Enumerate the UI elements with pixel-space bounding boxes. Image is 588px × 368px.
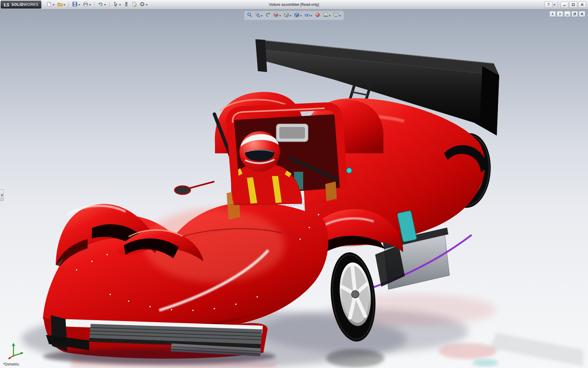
new-document-icon xyxy=(47,2,52,8)
appearance-ball-icon xyxy=(315,12,320,19)
open-button[interactable] xyxy=(56,1,66,9)
view-settings-icon xyxy=(334,12,339,19)
brand-wordmark: SOLIDWORKS xyxy=(11,2,38,7)
dropdown-caret[interactable] xyxy=(339,15,341,17)
heads-up-view-toolbar xyxy=(244,11,344,20)
file-properties-icon xyxy=(132,2,137,8)
dropdown-caret[interactable] xyxy=(311,15,312,17)
gear-icon xyxy=(140,2,145,8)
toolbar-separator xyxy=(109,2,110,7)
new-document-button[interactable] xyxy=(46,1,55,9)
feature-manager-collapse-tab[interactable] xyxy=(0,189,4,201)
undo-arrow-icon xyxy=(98,2,103,8)
dropdown-caret[interactable] xyxy=(119,4,121,6)
previous-view-button[interactable] xyxy=(265,12,271,19)
teal-lamp xyxy=(346,168,352,173)
display-style-button[interactable] xyxy=(294,12,303,19)
save-button[interactable] xyxy=(71,1,81,9)
save-floppy-icon xyxy=(72,2,77,8)
zoom-to-area-button[interactable] xyxy=(254,12,263,19)
print-icon xyxy=(83,2,88,8)
open-folder-icon xyxy=(57,2,62,8)
display-style-icon xyxy=(294,12,300,19)
scene-icon xyxy=(323,12,328,19)
apply-scene-button[interactable] xyxy=(322,12,331,19)
solidworks-logo: 3S SOLIDWORKS xyxy=(1,1,41,9)
dropdown-caret[interactable] xyxy=(53,4,55,6)
doc-minimize-button[interactable] xyxy=(564,11,571,17)
options-button[interactable] xyxy=(139,1,149,9)
maximize-button[interactable] xyxy=(569,2,577,8)
view-settings-button[interactable] xyxy=(333,12,342,19)
doc-close-button[interactable] xyxy=(579,11,585,17)
help-dropdown-caret[interactable] xyxy=(553,4,555,6)
zoom-to-fit-button[interactable] xyxy=(247,12,253,19)
zoom-area-icon xyxy=(255,12,260,19)
rebuild-button[interactable] xyxy=(123,1,130,9)
dropdown-caret[interactable] xyxy=(63,4,65,6)
dropdown-caret[interactable] xyxy=(290,15,292,17)
dropdown-caret[interactable] xyxy=(261,15,263,17)
toolbar-separator xyxy=(69,2,69,7)
standard-toolbar xyxy=(46,1,149,9)
orientation-triad xyxy=(7,340,26,361)
minimize-button[interactable] xyxy=(560,2,568,8)
view-orientation-label: *Dimetric xyxy=(3,362,19,366)
zoom-fit-icon xyxy=(247,12,252,19)
side-mirror xyxy=(175,186,190,194)
model-view-race-car[interactable] xyxy=(0,10,588,368)
dropdown-caret[interactable] xyxy=(146,4,148,6)
dropdown-caret[interactable] xyxy=(279,15,281,17)
cursor-arrow-icon xyxy=(113,2,118,8)
eyeglasses-icon xyxy=(305,12,310,19)
document-title: Voiture assomblee [Read-only] xyxy=(269,2,319,7)
chevron-left-icon xyxy=(1,194,2,196)
hide-show-items-button[interactable] xyxy=(304,12,313,19)
previous-view-icon xyxy=(266,12,271,19)
document-window-controls xyxy=(549,11,585,17)
previous-window-button[interactable] xyxy=(549,11,556,17)
select-button[interactable] xyxy=(112,1,122,9)
rebuild-stoplight-icon xyxy=(124,2,129,8)
print-button[interactable] xyxy=(82,1,92,9)
dropdown-caret[interactable] xyxy=(329,15,331,17)
close-button[interactable] xyxy=(578,2,586,8)
dropdown-caret[interactable] xyxy=(300,15,302,17)
help-button[interactable]: ? xyxy=(545,2,552,8)
view-orientation-icon xyxy=(284,12,289,19)
dropdown-caret[interactable] xyxy=(89,4,91,6)
graphics-area[interactable]: *Dimetric xyxy=(0,10,588,368)
toolbar-separator xyxy=(94,2,95,7)
toolbar-separator xyxy=(558,2,558,7)
doc-restore-button[interactable] xyxy=(571,11,578,17)
next-window-button[interactable] xyxy=(557,11,563,17)
titlebar: 3S SOLIDWORKS xyxy=(0,0,588,10)
file-properties-button[interactable] xyxy=(131,1,138,9)
dropdown-caret[interactable] xyxy=(104,4,106,6)
dropdown-caret[interactable] xyxy=(78,4,80,6)
interior-orange-panel-right xyxy=(325,182,337,201)
dassault-3ds-mark: 3S xyxy=(4,2,9,7)
undo-button[interactable] xyxy=(97,1,107,9)
window-controls: ? xyxy=(545,2,588,8)
view-orientation-button[interactable] xyxy=(283,12,292,19)
section-view-icon xyxy=(273,12,279,19)
section-view-button[interactable] xyxy=(273,12,282,19)
edit-appearance-button[interactable] xyxy=(315,12,321,19)
